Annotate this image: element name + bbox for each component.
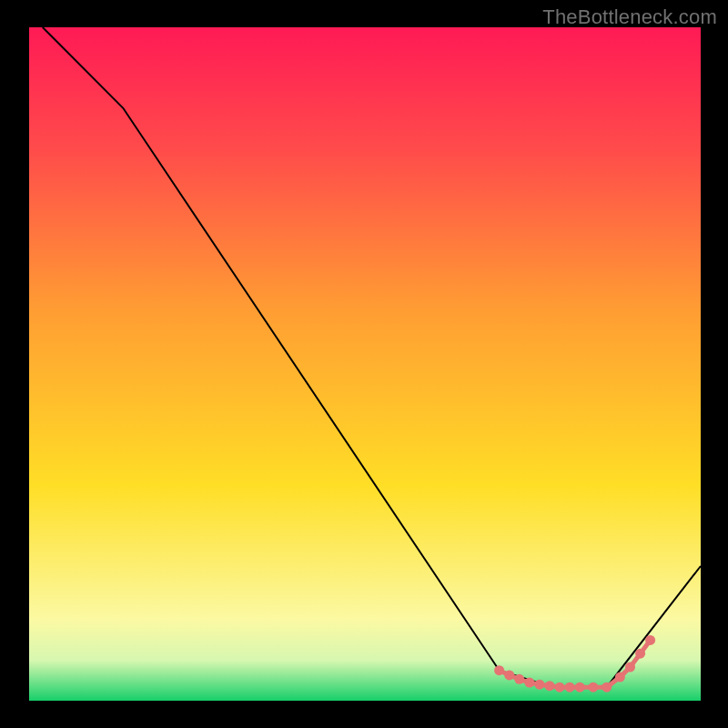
marker-dot xyxy=(504,670,514,680)
marker-dot xyxy=(645,635,655,645)
marker-dot xyxy=(494,665,504,675)
marker-dot xyxy=(588,682,598,693)
plot-container: TheBottleneck.com xyxy=(0,0,728,728)
marker-dot xyxy=(565,682,575,693)
attribution-text: TheBottleneck.com xyxy=(542,5,717,29)
marker-dot xyxy=(625,662,635,672)
marker-dot xyxy=(545,681,555,691)
plot-canvas xyxy=(0,0,728,728)
marker-dot xyxy=(635,649,645,659)
marker-dot xyxy=(524,678,534,688)
marker-dot xyxy=(534,680,544,690)
marker-dot xyxy=(602,682,612,693)
marker-dot xyxy=(575,682,585,693)
gradient-background xyxy=(29,27,701,701)
marker-dot xyxy=(514,674,524,684)
marker-dot xyxy=(555,682,565,693)
marker-dot xyxy=(615,672,625,682)
